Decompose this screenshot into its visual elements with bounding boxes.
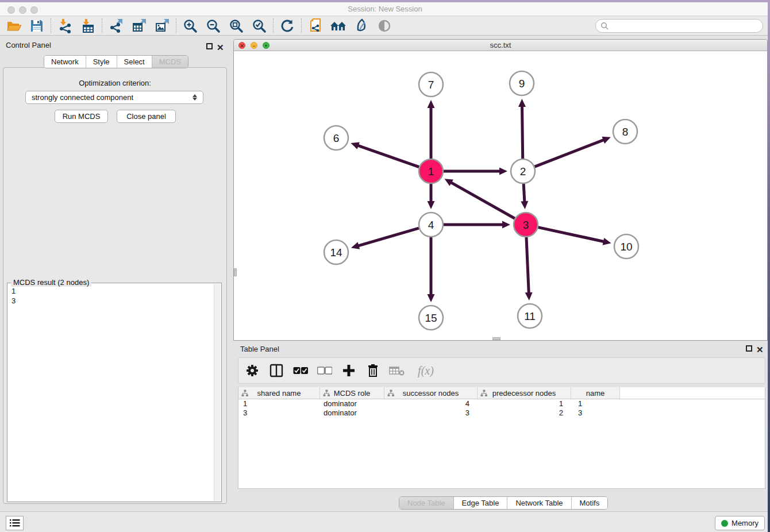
table-panel-close-button[interactable]: ✕ bbox=[756, 345, 764, 355]
gear-icon[interactable] bbox=[244, 362, 260, 379]
window-frame-right bbox=[768, 0, 770, 532]
table-row[interactable]: 1 dominator 4 1 1 bbox=[238, 399, 765, 408]
cell-shared-name: 1 bbox=[238, 399, 320, 408]
maximize-window-button[interactable] bbox=[30, 6, 38, 14]
network-canvas[interactable]: 7968124314101511 bbox=[234, 51, 767, 340]
clone-network-icon[interactable] bbox=[304, 17, 327, 34]
hide-eye-icon[interactable] bbox=[373, 17, 396, 34]
edge-4-14[interactable] bbox=[357, 228, 418, 246]
zoom-out-icon[interactable] bbox=[202, 17, 225, 34]
function-fx-icon[interactable]: f(x) bbox=[413, 362, 438, 379]
cell-mcds-role: dominator bbox=[320, 399, 384, 408]
toolbar-separator bbox=[102, 18, 102, 33]
open-folder-icon[interactable] bbox=[2, 17, 25, 34]
mcds-result-scrollbar[interactable] bbox=[214, 284, 221, 501]
edge-arrowhead bbox=[502, 221, 510, 229]
edge-2-3[interactable] bbox=[523, 184, 525, 202]
close-window-button[interactable] bbox=[7, 6, 15, 14]
home-layout-icon[interactable] bbox=[327, 17, 350, 34]
tab-network-table[interactable]: Network Table bbox=[507, 497, 571, 509]
search-icon bbox=[600, 22, 609, 30]
canvas-left-grip[interactable] bbox=[234, 268, 237, 276]
titlebar: Session: New Session bbox=[0, 2, 770, 16]
edge-3-1[interactable] bbox=[451, 182, 515, 218]
column-split-icon[interactable] bbox=[268, 362, 284, 379]
column-header-successor-nodes[interactable]: successor nodes bbox=[384, 387, 478, 399]
memory-status-icon bbox=[721, 520, 728, 527]
control-panel-close-button[interactable]: ✕ bbox=[217, 43, 224, 53]
tab-edge-table[interactable]: Edge Table bbox=[454, 497, 508, 509]
cell-mcds-role: dominator bbox=[320, 408, 384, 418]
edge-2-9[interactable] bbox=[522, 106, 523, 159]
deselect-all-checkboxes-icon[interactable] bbox=[317, 362, 333, 379]
graph-node-label: 2 bbox=[520, 165, 526, 178]
control-panel-title: Control Panel bbox=[6, 41, 51, 49]
save-session-icon[interactable] bbox=[25, 17, 48, 34]
import-table-icon[interactable] bbox=[76, 17, 99, 34]
column-header-predecessor-nodes[interactable]: predecessor nodes bbox=[478, 387, 571, 399]
network-close-button[interactable]: ✕ bbox=[238, 42, 245, 49]
mcds-result-box: MCDS result (2 nodes) 1 3 bbox=[7, 283, 222, 502]
tab-mcds[interactable]: MCDS bbox=[152, 56, 188, 68]
tab-style[interactable]: Style bbox=[86, 56, 117, 68]
toolbar-separator bbox=[176, 18, 176, 33]
tree-icon bbox=[241, 390, 249, 397]
edge-3-11[interactable] bbox=[526, 237, 529, 294]
tab-motifs[interactable]: Motifs bbox=[572, 497, 608, 509]
network-maximize-button[interactable]: + bbox=[263, 42, 270, 49]
column-label: name bbox=[586, 389, 605, 398]
edge-2-8[interactable] bbox=[535, 140, 605, 167]
tab-node-table[interactable]: Node Table bbox=[399, 497, 454, 509]
tab-select[interactable]: Select bbox=[117, 56, 152, 68]
table-panel-float-button[interactable] bbox=[746, 345, 752, 352]
edge-1-6[interactable] bbox=[357, 145, 419, 167]
export-table-icon[interactable] bbox=[128, 17, 151, 34]
memory-button[interactable]: Memory bbox=[715, 516, 765, 530]
column-label: predecessor nodes bbox=[492, 389, 556, 398]
toolbar-separator bbox=[273, 18, 274, 33]
close-panel-button[interactable]: Close panel bbox=[117, 110, 176, 123]
column-header-mcds-role[interactable]: MCDS role bbox=[320, 387, 384, 399]
zoom-selected-icon[interactable] bbox=[248, 17, 271, 34]
edge-3-10[interactable] bbox=[538, 228, 604, 242]
table-header-row: shared name MCDS role successor nodes pr… bbox=[238, 387, 765, 399]
column-header-shared-name[interactable]: shared name bbox=[238, 387, 320, 399]
add-column-icon[interactable] bbox=[341, 362, 357, 379]
tab-network[interactable]: Network bbox=[44, 56, 86, 68]
import-network-icon[interactable] bbox=[53, 17, 76, 34]
export-network-icon[interactable] bbox=[105, 17, 128, 34]
window-frame-top bbox=[0, 0, 770, 2]
optimization-criterion-select[interactable]: strongly connected component bbox=[25, 91, 203, 104]
column-header-name[interactable]: name bbox=[571, 387, 620, 399]
zoom-fit-icon[interactable] bbox=[225, 17, 248, 34]
minimize-window-button[interactable] bbox=[19, 6, 26, 14]
cell-shared-name: 3 bbox=[238, 408, 320, 418]
search-input[interactable] bbox=[609, 20, 763, 32]
network-minimize-button[interactable]: − bbox=[251, 42, 257, 49]
task-list-button[interactable] bbox=[6, 516, 24, 530]
delete-column-icon[interactable] bbox=[365, 362, 381, 379]
network-window-titlebar[interactable]: ✕ − + scc.txt bbox=[234, 40, 767, 51]
refresh-icon[interactable] bbox=[276, 17, 299, 34]
tree-icon bbox=[323, 390, 330, 397]
mcds-result-line: 3 bbox=[11, 296, 210, 306]
zoom-in-icon[interactable] bbox=[179, 17, 202, 34]
tree-icon bbox=[480, 390, 488, 397]
control-panel-float-button[interactable] bbox=[206, 43, 213, 49]
edge-arrowhead bbox=[428, 100, 435, 108]
export-image-icon[interactable] bbox=[151, 17, 174, 34]
search-field[interactable] bbox=[595, 19, 763, 33]
mcds-result-text[interactable]: 1 3 bbox=[8, 285, 213, 501]
cell-successor-nodes: 4 bbox=[384, 399, 478, 408]
canvas-bottom-grip[interactable] bbox=[492, 337, 500, 340]
run-mcds-button[interactable]: Run MCDS bbox=[55, 110, 108, 123]
style-brush-icon[interactable] bbox=[350, 17, 373, 34]
delete-table-icon[interactable] bbox=[389, 362, 405, 379]
graph-node-label: 14 bbox=[330, 246, 342, 259]
graph-node-label: 1 bbox=[428, 165, 434, 178]
tree-icon bbox=[387, 390, 395, 397]
table-row[interactable]: 3 dominator 3 2 3 bbox=[238, 408, 765, 418]
select-all-checkboxes-icon[interactable] bbox=[292, 362, 309, 379]
node-table: shared name MCDS role successor nodes pr… bbox=[238, 387, 765, 489]
network-graph[interactable]: 7968124314101511 bbox=[234, 51, 767, 340]
